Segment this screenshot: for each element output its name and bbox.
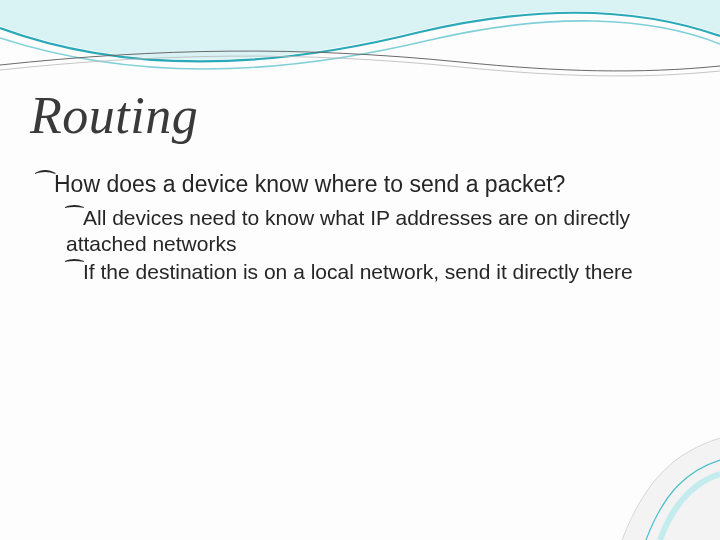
tie-bullet-icon: ⁀ [36,170,54,199]
slide-body: ⁀How does a device know where to send a … [36,170,680,288]
bullet-level2: ⁀If the destination is on a local networ… [66,259,680,285]
slide-title: Routing [30,86,198,145]
bullet-level2: ⁀All devices need to know what IP addres… [66,205,680,258]
bullet-text: How does a device know where to send a p… [54,171,565,197]
page-curl-decoration [580,430,720,540]
bullet-text: All devices need to know what IP address… [66,206,630,255]
tie-bullet-icon: ⁀ [66,205,83,231]
slide: Routing ⁀How does a device know where to… [0,0,720,540]
tie-bullet-icon: ⁀ [66,259,83,285]
bullet-level1: ⁀How does a device know where to send a … [36,170,680,199]
bullet-text: If the destination is on a local network… [83,260,633,283]
wave-decoration [0,0,720,90]
